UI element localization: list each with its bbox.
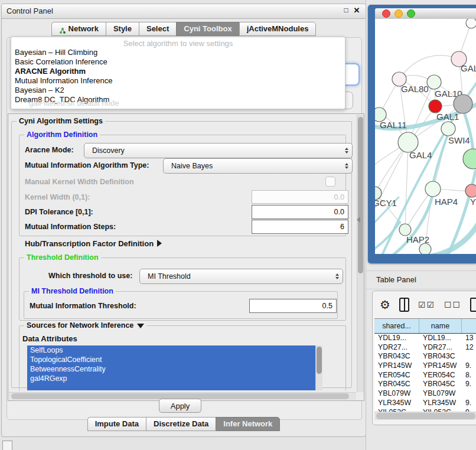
mi-threshold-field[interactable]: 0.5 <box>249 299 337 313</box>
network-node[interactable] <box>425 181 441 197</box>
network-node[interactable] <box>419 243 431 254</box>
table-cell[interactable]: YLR345W <box>419 399 462 408</box>
table-cell[interactable] <box>462 389 476 399</box>
table-row[interactable]: YBR045CYBR045C9. <box>374 380 476 389</box>
manual-kernel-checkbox[interactable] <box>325 177 335 187</box>
tab-impute-data[interactable]: Impute Data <box>87 417 146 431</box>
table-cell[interactable]: YER054C <box>419 371 462 380</box>
control-panel-title: Control Panel <box>6 6 53 15</box>
table-cell[interactable]: YBR043C <box>374 352 419 361</box>
algo-item-mutual-information[interactable]: Mutual Information Inference <box>11 76 345 86</box>
table-cell[interactable]: YBL079W <box>374 389 419 399</box>
document-icon[interactable] <box>470 298 476 312</box>
algorithm-definition-legend: Algorithm Definition <box>24 131 100 139</box>
attribute-list-scrollbar[interactable] <box>315 345 322 390</box>
table-cell[interactable]: 13 <box>462 334 476 343</box>
tab-infer-network[interactable]: Infer Network <box>216 417 280 431</box>
select-all-checkboxes-icon[interactable]: ☑☑ <box>418 300 435 309</box>
settings-vertical-scrollbar[interactable] <box>357 115 364 392</box>
mi-type-combobox[interactable]: Naive Bayes <box>163 158 353 174</box>
network-canvas[interactable]: GALGAL80GAL10GAL1GAL11SWI4GAL4GCY1HAP4YH… <box>375 19 476 254</box>
gear-icon[interactable]: ⚙ <box>380 299 390 311</box>
tab-select[interactable]: Select <box>139 22 176 36</box>
tab-discretize-data[interactable]: Discretize Data <box>146 417 216 431</box>
sources-legend[interactable]: Sources for Network Inference <box>24 321 146 330</box>
collapsed-panel-icon[interactable] <box>2 441 12 450</box>
close-icon[interactable]: ✕ <box>353 6 361 15</box>
table-horizontal-scrollbar[interactable] <box>374 412 476 420</box>
table-cell[interactable]: YDR27... <box>419 343 462 353</box>
network-node[interactable] <box>463 149 476 169</box>
attribute-item[interactable]: gal4RGexp <box>27 374 322 383</box>
table-row[interactable]: YLR345WYLR345W9. <box>374 399 476 408</box>
which-threshold-combobox[interactable]: MI Threshold <box>139 269 343 284</box>
network-window-titlebar[interactable] <box>375 8 476 19</box>
mi-steps-field[interactable]: 6 <box>252 220 348 234</box>
tab-style[interactable]: Style <box>106 22 139 36</box>
table-cell[interactable] <box>462 352 476 361</box>
table-cell[interactable]: 12 <box>462 343 476 353</box>
table-cell[interactable]: YDL19... <box>419 334 462 343</box>
table-cell[interactable]: YDR27... <box>374 343 419 353</box>
table-cell[interactable]: YBR043C <box>419 352 462 361</box>
table-cell[interactable]: 9. <box>462 380 476 389</box>
table-cell[interactable]: YER054C <box>374 371 419 380</box>
network-node[interactable] <box>427 75 441 89</box>
table-row[interactable]: YER054CYER054C8. <box>374 371 476 380</box>
deselect-all-checkboxes-icon[interactable]: ☐☐ <box>444 300 461 309</box>
column-header-name[interactable]: name <box>419 319 462 333</box>
attribute-item[interactable]: BetweennessCentrality <box>27 364 322 374</box>
dpi-tolerance-field[interactable]: 0.0 <box>252 205 348 219</box>
zoom-traffic-light-icon[interactable] <box>407 9 415 18</box>
network-node[interactable] <box>398 132 418 152</box>
table-row[interactable]: YDL19...YDL19...13 <box>374 334 476 343</box>
network-view-window[interactable]: GALGAL80GAL10GAL1GAL11SWI4GAL4GCY1HAP4YH… <box>368 5 476 263</box>
network-node[interactable] <box>454 94 472 113</box>
column-header-shared-name[interactable]: shared... <box>374 319 419 333</box>
columns-icon[interactable] <box>399 298 409 312</box>
tab-jactivemnodules[interactable]: jActiveMNodules <box>239 22 317 36</box>
float-window-icon[interactable]: □ <box>342 6 350 15</box>
table-cell[interactable]: YBR045C <box>419 380 462 389</box>
network-node[interactable] <box>441 122 455 136</box>
hub-definition-toggle[interactable]: Hub/Transcription Factor Definition <box>25 239 162 248</box>
table-row[interactable]: YBL079WYBL079W <box>374 389 476 399</box>
table-cell[interactable]: YDL19... <box>374 334 419 343</box>
mi-steps-label: Mutual Information Steps: <box>25 223 116 231</box>
table-cell[interactable]: YPR145W <box>419 361 462 371</box>
tab-network[interactable]: Network <box>51 22 106 36</box>
table-cell[interactable]: 9. <box>462 361 476 371</box>
attribute-item[interactable]: TopologicalCoefficient <box>27 355 322 364</box>
table-cell[interactable]: 9. <box>462 399 476 408</box>
control-panel-titlebar[interactable]: Control Panel □ ✕ <box>2 4 366 19</box>
algo-item-basic-correlation[interactable]: Basic Correlation Inference <box>11 57 345 67</box>
minimize-traffic-light-icon[interactable] <box>395 9 403 18</box>
algo-item-bayesian-hill[interactable]: Bayesian – Hill Climbing <box>11 48 345 57</box>
table-panel-titlebar[interactable]: Table Panel <box>366 270 476 289</box>
table-cell[interactable]: YBL079W <box>419 389 462 399</box>
table-row[interactable]: YBR043CYBR043C <box>374 352 476 361</box>
column-header-cut[interactable] <box>462 319 476 333</box>
table-cell[interactable]: YPR145W <box>374 361 419 371</box>
table-cell[interactable]: YLR345W <box>374 399 419 408</box>
expanded-arrow-icon <box>137 324 144 328</box>
table-row[interactable]: YPR145WYPR145W9. <box>374 361 476 371</box>
table-cell[interactable]: 8. <box>462 371 476 380</box>
close-traffic-light-icon[interactable] <box>382 9 390 18</box>
tab-cyni-toolbox[interactable]: Cyni Toolbox <box>176 22 239 36</box>
aracne-mode-combobox[interactable]: Discovery <box>84 143 353 158</box>
table-cell[interactable]: YBR045C <box>374 380 419 389</box>
table-row[interactable]: YDR27...YDR27...12 <box>374 343 476 353</box>
attribute-item[interactable]: SelfLoops <box>27 345 322 355</box>
network-node[interactable] <box>465 184 476 197</box>
data-attributes-list[interactable]: SelfLoopsTopologicalCoefficientBetweenne… <box>27 345 322 390</box>
algo-item-aracne[interactable]: ARACNE Algorithm <box>11 67 345 76</box>
algo-item-bayesian-k2[interactable]: Bayesian – K2 <box>11 86 345 95</box>
network-node[interactable] <box>466 19 476 28</box>
network-node[interactable] <box>399 224 411 236</box>
network-node[interactable] <box>429 100 442 113</box>
kernel-width-field[interactable]: 0.0 <box>252 190 348 204</box>
apply-button[interactable]: Apply <box>159 399 201 413</box>
tab-label: jActiveMNodules <box>247 22 309 35</box>
panel-divider-grip[interactable] <box>357 217 360 223</box>
